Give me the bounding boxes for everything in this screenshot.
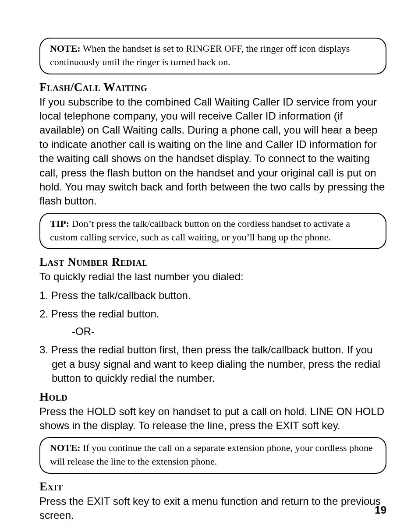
note-lead: NOTE:	[50, 43, 81, 54]
redial-step-3: 3. Press the redial button first, then p…	[39, 343, 386, 385]
note2-text: If you continue the call on a separate e…	[50, 442, 373, 467]
page-number: 19	[375, 504, 386, 516]
redial-step-1: 1. Press the talk/callback button.	[39, 289, 386, 303]
hold-body: Press the HOLD soft key on handset to pu…	[39, 405, 386, 433]
heading-redial: Last Number Redial	[39, 255, 386, 269]
tip-lead: TIP:	[50, 218, 69, 229]
redial-step-2: 2. Press the redial button.	[39, 307, 386, 321]
note2-lead: NOTE:	[50, 442, 81, 453]
note-box-extension: NOTE: If you continue the call on a sepa…	[39, 437, 386, 474]
redial-or: -OR-	[72, 325, 386, 338]
redial-intro: To quickly redial the last number you di…	[39, 270, 386, 284]
heading-exit: Exit	[39, 480, 386, 493]
heading-hold: Hold	[39, 390, 386, 404]
tip-box: TIP: Don’t press the talk/callback butto…	[39, 213, 386, 250]
note-text: When the handset is set to RINGER OFF, t…	[50, 43, 350, 67]
tip-text: Don’t press the talk/callback button on …	[50, 218, 350, 243]
exit-body: Press the EXIT soft key to exit a menu f…	[39, 494, 386, 523]
flash-body: If you subscribe to the combined Call Wa…	[39, 95, 386, 208]
heading-flash: Flash/Call Waiting	[39, 81, 386, 94]
note-box-ringer: NOTE: When the handset is set to RINGER …	[39, 38, 386, 74]
